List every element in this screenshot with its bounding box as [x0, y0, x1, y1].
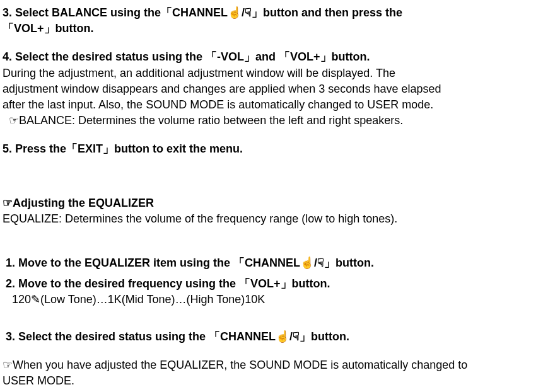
channel-up-icon: ☝	[276, 330, 289, 343]
step-3-text-b: 」button and then press the	[252, 6, 402, 19]
eq-s3-end: 」button.	[300, 330, 349, 343]
eq-step-1: 1. Move to the EQUALIZER item using the …	[3, 239, 557, 271]
step-3-text-a: 3. Select BALANCE using the「CHANNEL	[3, 6, 228, 19]
step-5-title: 5. Press the「EXIT」button to exit the men…	[3, 141, 557, 157]
channel-down-icon: ☟	[293, 330, 300, 343]
step-4-desc1: During the adjustment, an additional adj…	[3, 66, 557, 81]
step-4: 4. Select the desired status using the 「…	[3, 49, 557, 129]
eq-footer2: USER MODE.	[3, 373, 557, 389]
step-3-line2: 「VOL+」button.	[3, 21, 557, 37]
step-3-line1: 3. Select BALANCE using the「CHANNEL☝/☟」b…	[3, 5, 557, 21]
step-4-note: ☞BALANCE: Determines the volume ratio be…	[3, 113, 557, 129]
channel-down-icon: ☟	[317, 257, 324, 269]
step-4-desc3: after the last input. Also, the SOUND MO…	[3, 97, 557, 113]
eq-footer1: ☞When you have adjusted the EQUALIZER, t…	[3, 357, 557, 373]
channel-up-icon: ☝	[300, 257, 314, 269]
eq-s3-text: 3. Select the desired status using the 「…	[3, 330, 276, 343]
eq-sub: EQUALIZE: Determines the volume of the f…	[3, 211, 557, 227]
eq-step-2: 2. Move to the desired frequency using t…	[3, 276, 557, 292]
channel-down-icon: ☟	[245, 6, 252, 19]
eq-s1-end: 」button.	[324, 257, 374, 269]
eq-step-2-note: 120✎(Low Tone)…1K(Mid Tone)…(High Tone)1…	[3, 292, 557, 308]
eq-heading: ☞Adjusting the EQUALIZER	[3, 195, 557, 211]
channel-up-icon: ☝	[228, 6, 242, 19]
eq-step-3: 3. Select the desired status using the 「…	[3, 313, 557, 345]
step-4-title: 4. Select the desired status using the 「…	[3, 49, 557, 65]
equalizer-section: ☞Adjusting the EQUALIZER EQUALIZE: Deter…	[3, 195, 557, 389]
eq-s1-text: 1. Move to the EQUALIZER item using the …	[3, 257, 300, 269]
step-3: 3. Select BALANCE using the「CHANNEL☝/☟」b…	[3, 5, 557, 37]
step-4-desc2: adjustment window disappears and changes…	[3, 81, 557, 97]
step-5: 5. Press the「EXIT」button to exit the men…	[3, 141, 557, 157]
